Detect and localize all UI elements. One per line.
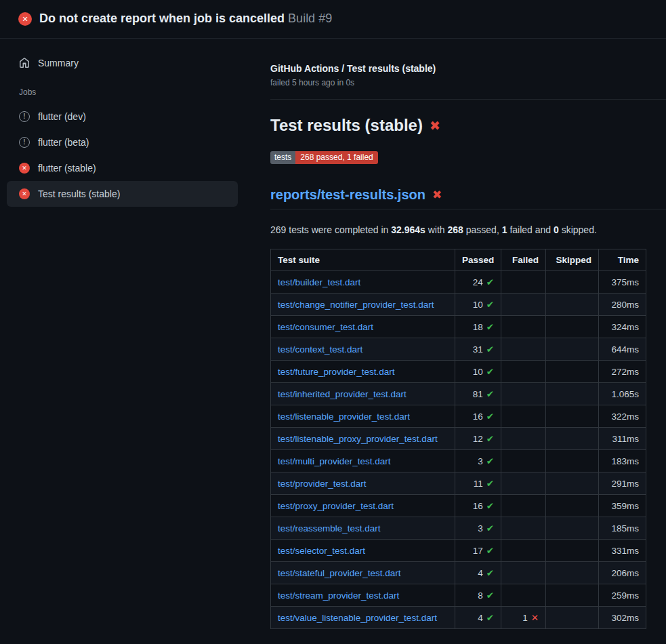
failed-cell xyxy=(501,294,546,316)
report-link-text[interactable]: reports/test-results.json xyxy=(270,187,425,203)
check-icon: ✔ xyxy=(486,277,494,287)
skipped-cell xyxy=(546,472,599,495)
skipped-cell xyxy=(546,361,599,383)
suite-link[interactable]: test/inherited_provider_test.dart xyxy=(278,389,407,399)
job-label: flutter (stable) xyxy=(38,163,96,174)
summary-duration: 32.964s xyxy=(391,224,425,235)
x-circle-fill-icon: ✕ xyxy=(18,12,32,26)
suite-link[interactable]: test/builder_test.dart xyxy=(278,277,360,287)
sidebar-job-item[interactable]: ! flutter (beta) xyxy=(7,129,238,155)
skipped-cell xyxy=(546,316,599,338)
passed-cell: 12✔ xyxy=(455,428,501,450)
time-cell: 324ms xyxy=(599,316,646,338)
table-row: test/listenable_proxy_provider_test.dart… xyxy=(271,428,646,450)
table-row: test/provider_test.dart 11✔ 291ms xyxy=(271,472,646,495)
suite-link[interactable]: test/selector_test.dart xyxy=(278,546,365,556)
suite-link[interactable]: test/context_test.dart xyxy=(278,344,362,355)
time-cell: 272ms xyxy=(599,361,646,383)
x-icon: ✕ xyxy=(531,613,539,623)
table-row: test/proxy_provider_test.dart 16✔ 359ms xyxy=(271,495,646,517)
check-icon: ✔ xyxy=(486,344,494,355)
passed-cell: 16✔ xyxy=(455,405,501,428)
failed-x-icon: ✖ xyxy=(432,189,442,201)
failed-cell xyxy=(501,517,546,540)
breadcrumb[interactable]: GitHub Actions / Test results (stable) xyxy=(270,63,666,74)
home-icon xyxy=(19,58,30,68)
skipped-cell xyxy=(546,495,599,517)
passed-cell: 11✔ xyxy=(455,472,501,495)
check-icon: ✔ xyxy=(486,613,494,623)
report-link[interactable]: reports/test-results.json ✖ xyxy=(270,187,666,209)
failed-cell xyxy=(501,338,546,361)
failed-cell xyxy=(501,540,546,562)
sidebar: Summary Jobs ! flutter (dev) ! flutter (… xyxy=(0,39,254,207)
app-body: Summary Jobs ! flutter (dev) ! flutter (… xyxy=(0,39,666,629)
suite-link[interactable]: test/stream_provider_test.dart xyxy=(278,590,399,601)
suite-link[interactable]: test/provider_test.dart xyxy=(278,479,367,489)
sidebar-item-summary[interactable]: Summary xyxy=(7,54,238,73)
passed-cell: 3✔ xyxy=(455,450,501,472)
failed-cell xyxy=(501,472,546,495)
suite-link[interactable]: test/proxy_provider_test.dart xyxy=(278,501,394,511)
table-row: test/consumer_test.dart 18✔ 324ms xyxy=(271,316,646,338)
skipped-cell xyxy=(546,517,599,540)
time-cell: 185ms xyxy=(599,517,646,540)
time-cell: 1.065s xyxy=(599,383,646,405)
check-run-title: Do not create report when job is cancell… xyxy=(39,12,285,25)
time-cell: 280ms xyxy=(599,294,646,316)
table-body: test/builder_test.dart 24✔ 375ms test/ch… xyxy=(271,271,646,629)
check-icon: ✔ xyxy=(486,367,494,377)
alert-circle-icon: ! xyxy=(19,137,30,148)
badge-value: 268 passed, 1 failed xyxy=(295,151,377,164)
page-title: Do not create report when job is cancell… xyxy=(39,12,332,26)
skipped-cell xyxy=(546,338,599,361)
suite-link[interactable]: test/consumer_test.dart xyxy=(278,322,373,332)
sidebar-job-item[interactable]: ✕ flutter (stable) xyxy=(7,155,238,181)
check-icon: ✔ xyxy=(486,389,494,399)
check-icon: ✔ xyxy=(486,456,494,466)
suite-link[interactable]: test/value_listenable_provider_test.dart xyxy=(278,613,437,623)
col-header-time: Time xyxy=(599,249,646,271)
passed-cell: 16✔ xyxy=(455,495,501,517)
passed-cell: 10✔ xyxy=(455,361,501,383)
suite-link[interactable]: test/listenable_proxy_provider_test.dart xyxy=(278,434,438,444)
suite-link[interactable]: test/future_provider_test.dart xyxy=(278,367,395,377)
suite-link[interactable]: test/reassemble_test.dart xyxy=(278,523,381,534)
table-row: test/context_test.dart 31✔ 644ms xyxy=(271,338,646,361)
summary-text: 269 tests were completed in xyxy=(270,224,391,235)
badge-label: tests xyxy=(270,151,295,164)
summary-skipped-count: 0 xyxy=(554,224,559,235)
failed-cell xyxy=(501,450,546,472)
check-icon: ✔ xyxy=(486,590,494,601)
check-icon: ✔ xyxy=(486,322,494,332)
test-results-table: Test suite Passed Failed Skipped Time te… xyxy=(270,249,646,629)
table-row: test/value_listenable_provider_test.dart… xyxy=(271,607,646,629)
summary-label: Summary xyxy=(38,58,79,68)
passed-cell: 31✔ xyxy=(455,338,501,361)
summary-passed-count: 268 xyxy=(448,224,463,235)
table-row: test/stateful_provider_test.dart 4✔ 206m… xyxy=(271,562,646,584)
col-header-test-suite: Test suite xyxy=(271,249,455,271)
check-icon: ✔ xyxy=(486,501,494,511)
sidebar-job-item[interactable]: ✕ Test results (stable) xyxy=(7,181,238,207)
suite-link[interactable]: test/multi_provider_test.dart xyxy=(278,456,391,466)
passed-cell: 8✔ xyxy=(455,584,501,607)
summary-text: with xyxy=(425,224,448,235)
time-cell: 183ms xyxy=(599,450,646,472)
suite-link[interactable]: test/listenable_provider_test.dart xyxy=(278,411,410,422)
time-cell: 291ms xyxy=(599,472,646,495)
time-cell: 375ms xyxy=(599,271,646,294)
table-row: test/selector_test.dart 17✔ 331ms xyxy=(271,540,646,562)
sidebar-job-item[interactable]: ! flutter (dev) xyxy=(7,104,238,129)
suite-link[interactable]: test/stateful_provider_test.dart xyxy=(278,568,401,578)
passed-cell: 24✔ xyxy=(455,271,501,294)
check-icon: ✔ xyxy=(486,568,494,578)
job-label: flutter (beta) xyxy=(38,137,89,148)
table-row: test/multi_provider_test.dart 3✔ 183ms xyxy=(271,450,646,472)
job-label: flutter (dev) xyxy=(38,111,86,122)
suite-link[interactable]: test/change_notifier_provider_test.dart xyxy=(278,300,434,310)
skipped-cell xyxy=(546,405,599,428)
failed-cell: 1✕ xyxy=(501,607,546,629)
summary-failed-count: 1 xyxy=(502,224,507,235)
divider xyxy=(270,99,666,100)
